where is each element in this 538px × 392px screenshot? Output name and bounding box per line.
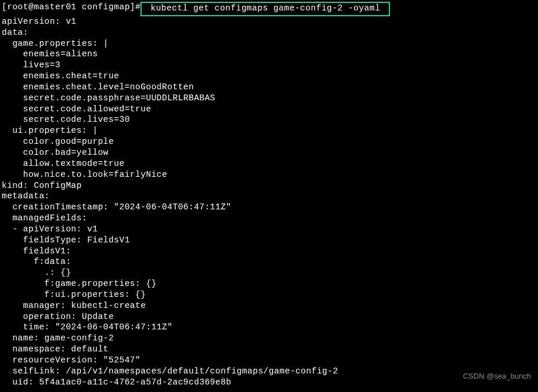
output-line: manager: kubectl-create (2, 300, 538, 311)
output-line: fieldsType: FieldsV1 (2, 235, 538, 246)
output-line: color.good=purple (2, 136, 538, 147)
output-line: selfLink: /api/v1/namespaces/default/con… (2, 366, 538, 377)
output-line: secret.code.allowed=true (2, 104, 538, 115)
output-line: how.nice.to.look=fairlyNice (2, 169, 538, 180)
output-line: lives=3 (2, 60, 538, 71)
output-line: data: (2, 27, 538, 38)
output-line: enemies.cheat.level=noGoodRotten (2, 82, 538, 93)
output-line: color.bad=yellow (2, 147, 538, 158)
output-line: f:data: (2, 256, 538, 267)
command-line[interactable]: [root@master01 configmap]# kubectl get c… (2, 2, 538, 16)
output-line: enemies.cheat=true (2, 71, 538, 82)
output-line: allow.textmode=true (2, 158, 538, 169)
output-line: creationTimestamp: "2024-06-04T06:47:11Z… (2, 202, 538, 213)
terminal-output: apiVersion: v1data: game.properties: | e… (2, 16, 538, 388)
output-line: fieldsV1: (2, 246, 538, 257)
output-line: time: "2024-06-04T06:47:11Z" (2, 322, 538, 333)
output-line: ui.properties: | (2, 125, 538, 136)
output-line: .: {} (2, 267, 538, 278)
output-line: secret.code.lives=30 (2, 114, 538, 125)
output-line: - apiVersion: v1 (2, 224, 538, 235)
output-line: secret.code.passphrase=UUDDLRLRBABAS (2, 93, 538, 104)
output-line: f:ui.properties: {} (2, 289, 538, 300)
output-line: managedFields: (2, 213, 538, 224)
output-line: kind: ConfigMap (2, 180, 538, 191)
command-text: kubectl get configmaps game-config-2 -oy… (145, 3, 385, 13)
output-line: f:game.properties: {} (2, 278, 538, 289)
output-line: namespace: default (2, 344, 538, 355)
output-line: name: game-config-2 (2, 333, 538, 344)
shell-prompt: [root@master01 configmap]# (2, 2, 140, 12)
output-line: game.properties: | (2, 38, 538, 49)
output-line: apiVersion: v1 (2, 16, 538, 27)
output-line: metadata: (2, 191, 538, 202)
watermark-text: CSDN @sea_bunch (463, 372, 531, 382)
output-line: resourceVersion: "52547" (2, 355, 538, 366)
output-line: uid: 5f4a1ac0-a11c-4762-a57d-2ac9cd369e8… (2, 377, 538, 388)
command-highlight: kubectl get configmaps game-config-2 -oy… (140, 2, 390, 16)
output-line: enemies=aliens (2, 49, 538, 60)
output-line: operation: Update (2, 311, 538, 322)
